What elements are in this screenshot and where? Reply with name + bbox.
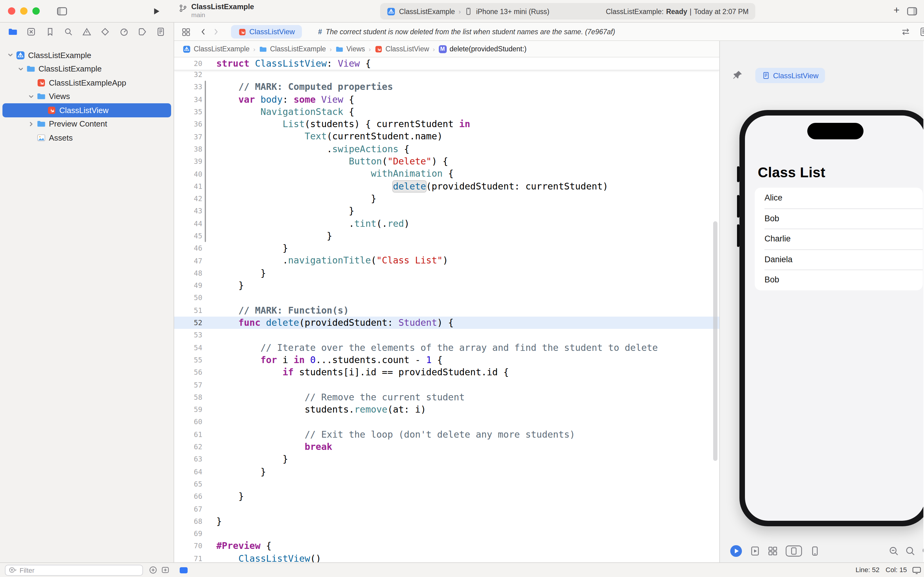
line-number[interactable]: 36 bbox=[174, 120, 202, 129]
line-number[interactable]: 38 bbox=[174, 145, 202, 153]
code-line-50[interactable]: 50 bbox=[174, 292, 719, 305]
code-line-49[interactable]: 49 } bbox=[174, 279, 719, 292]
code-line-53[interactable]: 53 bbox=[174, 329, 719, 342]
preview-target-chip[interactable]: ClassListView bbox=[755, 68, 825, 83]
line-number[interactable]: 67 bbox=[174, 504, 202, 513]
preview-variants-icon[interactable] bbox=[768, 546, 778, 556]
line-number[interactable]: 32 bbox=[174, 70, 202, 79]
line-number[interactable]: 46 bbox=[174, 244, 202, 253]
breadcrumb-item[interactable]: ClassListExample bbox=[183, 45, 250, 53]
code-line-42[interactable]: 42 } bbox=[174, 193, 719, 205]
code-line-64[interactable]: 64 } bbox=[174, 466, 719, 478]
breadcrumb-item[interactable]: ClassListView bbox=[375, 45, 429, 53]
close-window-button[interactable] bbox=[8, 7, 15, 15]
pin-preview-icon[interactable] bbox=[732, 70, 743, 81]
line-number[interactable]: 56 bbox=[174, 368, 202, 377]
zoom-actual-size-icon[interactable] bbox=[905, 546, 916, 556]
code-line-36[interactable]: 36 List(students) { currentStudent in bbox=[174, 118, 719, 131]
line-number[interactable]: 60 bbox=[174, 418, 202, 426]
code-line-20[interactable]: 20struct ClassListView: View { bbox=[174, 58, 371, 70]
code-line-60[interactable]: 60 bbox=[174, 416, 719, 429]
preview-list-row[interactable]: Bob bbox=[755, 269, 923, 290]
line-number[interactable]: 42 bbox=[174, 194, 202, 203]
source-editor[interactable]: 3233 // MARK: Computed properties34 var … bbox=[174, 58, 719, 562]
tab-classlistview[interactable]: ClassListView bbox=[231, 25, 302, 39]
inspector-toggle-icon[interactable] bbox=[906, 5, 918, 17]
code-line-41[interactable]: 41 delete(providedStudent: currentStuden… bbox=[174, 180, 719, 193]
code-line-33[interactable]: 33 // MARK: Computed properties bbox=[174, 81, 719, 93]
code-line-63[interactable]: 63 } bbox=[174, 453, 719, 466]
tab-overview-icon[interactable] bbox=[182, 27, 191, 36]
breadcrumb-item[interactable]: Views bbox=[335, 45, 365, 53]
line-number[interactable]: 34 bbox=[174, 95, 202, 103]
line-number[interactable]: 68 bbox=[174, 517, 202, 525]
scheme-selector[interactable]: ClassListExample › iPhone 13+ mini (Russ… bbox=[387, 7, 549, 16]
code-line-59[interactable]: 59 students.remove(at: i) bbox=[174, 403, 719, 416]
sidebar-item-views[interactable]: Views bbox=[2, 90, 171, 103]
code-line-56[interactable]: 56 if students[i].id == providedStudent.… bbox=[174, 366, 719, 379]
line-number[interactable]: 52 bbox=[174, 318, 202, 327]
sidebar-item-classlistexample[interactable]: ClassListExample bbox=[2, 62, 171, 76]
device-selector-icon[interactable] bbox=[810, 546, 820, 556]
breakpoint-navigator-icon[interactable] bbox=[137, 27, 147, 37]
preview-list-row[interactable]: Alice bbox=[755, 188, 923, 208]
swap-arrows-icon[interactable] bbox=[901, 27, 911, 37]
add-tab-button[interactable]: + bbox=[893, 4, 900, 16]
zoom-out-icon[interactable] bbox=[889, 546, 899, 556]
line-number[interactable]: 20 bbox=[174, 59, 202, 68]
code-line-69[interactable]: 69 bbox=[174, 527, 719, 540]
code-line-34[interactable]: 34 var body: some View { bbox=[174, 93, 719, 106]
code-line-62[interactable]: 62 break bbox=[174, 441, 719, 453]
debug-navigator-icon[interactable] bbox=[119, 27, 129, 37]
display-panel-icon[interactable] bbox=[912, 566, 922, 575]
editor-scrollbar[interactable] bbox=[713, 221, 718, 461]
code-line-48[interactable]: 48 } bbox=[174, 267, 719, 280]
code-line-54[interactable]: 54 // Iterate over the elements of the a… bbox=[174, 342, 719, 354]
code-line-58[interactable]: 58 // Remove the current student bbox=[174, 391, 719, 403]
zoom-in-icon[interactable] bbox=[922, 546, 923, 556]
run-button[interactable] bbox=[151, 7, 161, 16]
line-number[interactable]: 58 bbox=[174, 393, 202, 401]
code-line-38[interactable]: 38 .swipeActions { bbox=[174, 143, 719, 156]
sidebar-item-classlistexampleapp[interactable]: ClassListExampleApp bbox=[2, 76, 171, 90]
line-number[interactable]: 47 bbox=[174, 256, 202, 265]
disclosure-right-icon[interactable] bbox=[27, 121, 35, 127]
code-line-67[interactable]: 67 bbox=[174, 503, 719, 515]
editor-focus-indicator[interactable] bbox=[180, 567, 188, 573]
sidebar-item-assets[interactable]: Assets bbox=[2, 131, 171, 145]
disclosure-down-icon[interactable] bbox=[6, 52, 14, 58]
code-line-39[interactable]: 39 Button("Delete") { bbox=[174, 155, 719, 168]
line-number[interactable]: 62 bbox=[174, 443, 202, 451]
find-navigator-icon[interactable] bbox=[64, 27, 73, 37]
line-number[interactable]: 63 bbox=[174, 455, 202, 464]
line-number[interactable]: 51 bbox=[174, 306, 202, 315]
minimize-window-button[interactable] bbox=[20, 7, 27, 15]
code-line-52[interactable]: 52 func delete(providedStudent: Student)… bbox=[174, 317, 719, 329]
line-number[interactable]: 39 bbox=[174, 157, 202, 166]
line-number[interactable]: 57 bbox=[174, 380, 202, 389]
editor-options-icon[interactable] bbox=[919, 27, 924, 37]
line-number[interactable]: 45 bbox=[174, 232, 202, 240]
code-line-66[interactable]: 66 } bbox=[174, 490, 719, 503]
go-forward-icon[interactable] bbox=[211, 27, 220, 36]
filter-input[interactable]: Filter bbox=[5, 564, 143, 575]
line-number[interactable]: 69 bbox=[174, 529, 202, 538]
code-line-51[interactable]: 51 // MARK: Function(s) bbox=[174, 304, 719, 317]
issue-navigator-icon[interactable] bbox=[82, 27, 92, 37]
line-number[interactable]: 71 bbox=[174, 554, 202, 562]
activity-status-pill[interactable]: ClassListExample › iPhone 13+ mini (Russ… bbox=[380, 3, 755, 19]
line-number[interactable]: 64 bbox=[174, 467, 202, 476]
line-number[interactable]: 40 bbox=[174, 169, 202, 178]
zoom-window-button[interactable] bbox=[32, 7, 40, 15]
code-line-70[interactable]: 70#Preview { bbox=[174, 540, 719, 553]
bookmarks-navigator-icon[interactable] bbox=[45, 27, 55, 37]
preview-on-device-icon[interactable] bbox=[750, 546, 760, 556]
code-line-46[interactable]: 46 } bbox=[174, 242, 719, 255]
line-number[interactable]: 65 bbox=[174, 480, 202, 488]
line-number[interactable]: 50 bbox=[174, 294, 202, 302]
line-number[interactable]: 55 bbox=[174, 356, 202, 364]
test-navigator-icon[interactable] bbox=[101, 27, 110, 37]
source-control-navigator-icon[interactable] bbox=[27, 27, 36, 37]
sidebar-item-classlistexample[interactable]: ClassListExample bbox=[2, 48, 171, 62]
line-number[interactable]: 43 bbox=[174, 207, 202, 216]
